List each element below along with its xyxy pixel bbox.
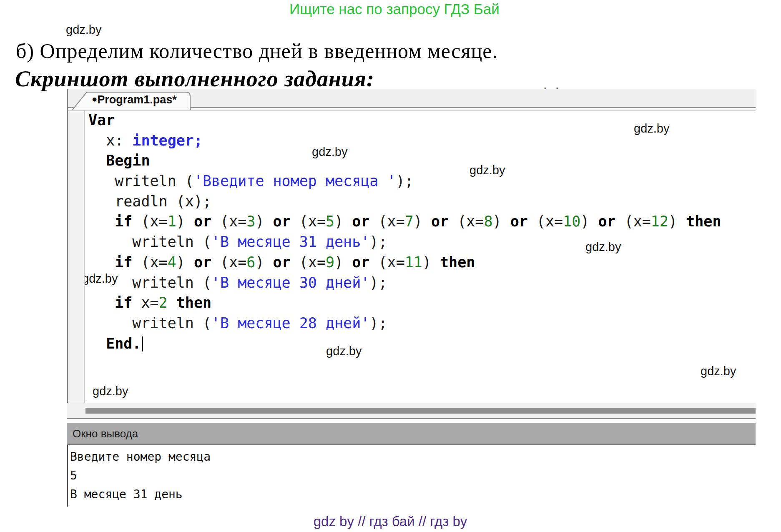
tab-filename: Program1.pas* [97, 93, 177, 106]
code-line: writeln ('В месяце 31 день'); [88, 232, 721, 252]
code-token [168, 294, 176, 311]
code-token: ) [334, 213, 352, 230]
code-token: or [273, 213, 291, 230]
code-token: Begin [88, 152, 150, 169]
code-line: if (x=4) or (x=6) or (x=9) or (x=11) the… [88, 252, 721, 273]
code-token: ); [369, 233, 387, 250]
code-token: if [88, 213, 132, 230]
code-token: 6 [246, 254, 255, 271]
page: Ищите нас по запросу ГДЗ Бай gdz.by gdz.… [0, 0, 781, 532]
code-token: or [352, 213, 369, 230]
code-token: integer; [132, 132, 203, 149]
code-token: if [88, 254, 132, 271]
code-token: 8 [484, 213, 492, 230]
code-line: if (x=1) or (x=3) or (x=5) or (x=7) or (… [88, 211, 721, 232]
page-title: б) Определим количество дней в введенном… [16, 39, 498, 63]
promo-banner-text: Ищите нас по запросу ГДЗ Бай [289, 1, 500, 18]
code-token: or [431, 213, 449, 230]
code-token: 9 [326, 254, 334, 271]
code-token: ); [369, 315, 387, 331]
code-token: (x= [616, 213, 651, 230]
code-token: Var [88, 112, 115, 128]
code-token: (x= [369, 254, 404, 271]
console-line: Введите номер месяца [70, 447, 211, 466]
code-token: ) [422, 254, 440, 271]
code-token: 'Введите номер месяца ' [194, 173, 396, 189]
code-token: ) [176, 254, 194, 271]
page-subtitle: Скриншот выполненного задания: [15, 66, 374, 92]
editor-bottom-border [67, 418, 756, 419]
code-token: (x= [528, 213, 563, 230]
code-token: or [352, 254, 369, 271]
code-line: End. [88, 334, 721, 354]
text-cursor [142, 336, 143, 351]
code-token: then [686, 213, 721, 230]
watermark: gdz.by [93, 384, 128, 398]
code-token: ) [414, 213, 431, 230]
code-token: 5 [326, 213, 334, 230]
code-token: ) [255, 213, 273, 230]
code-token: or [510, 213, 528, 230]
code-line: writeln ('В месяце 30 дней'); [88, 273, 721, 293]
code-token: ) [668, 213, 686, 230]
code-token: writeln ( [88, 274, 211, 291]
code-token: 2 [159, 294, 168, 311]
code-line: if x=2 then [88, 293, 721, 313]
watermark: gdz.by [66, 23, 101, 37]
code-token: writeln ( [88, 233, 211, 250]
editor-gutter [68, 110, 85, 403]
console-text: Введите номер месяца5В месяце 31 день [70, 447, 211, 504]
console-line: 5 [70, 466, 211, 485]
code-token: (x= [291, 213, 326, 230]
code-token: x: [88, 132, 132, 149]
code-token: (x= [211, 254, 246, 271]
code-line: Var [88, 110, 721, 130]
code-token: (x= [449, 213, 484, 230]
code-token: writeln ( [88, 315, 211, 331]
code-line: readln (x); [88, 191, 721, 212]
code-token: End. [88, 335, 141, 352]
code-token: or [598, 213, 615, 230]
code-token: if [88, 294, 132, 311]
code-token: ); [396, 173, 414, 189]
code-token: ) [255, 254, 273, 271]
code-token: (x= [132, 254, 167, 271]
output-console[interactable]: Введите номер месяца5В месяце 31 день [67, 445, 757, 507]
code-token: or [194, 254, 211, 271]
code-token: then [176, 294, 211, 311]
code-token: ) [176, 213, 194, 230]
code-token: (x= [291, 254, 326, 271]
output-panel-title: Окно вывода [73, 427, 138, 440]
code-token: 'В месяце 30 дней' [211, 274, 369, 291]
scrollbar-thumb[interactable] [85, 408, 756, 414]
code-token: (x= [132, 213, 167, 230]
horizontal-scrollbar[interactable] [67, 403, 756, 418]
code-line: x: integer; [88, 130, 721, 151]
code-token: 4 [168, 254, 176, 271]
code-token: 'В месяце 28 дней' [211, 315, 369, 331]
code-token: 7 [405, 213, 414, 230]
watermark: gdz.by [701, 364, 736, 378]
code-token: x= [132, 294, 158, 311]
code-token: ) [334, 254, 352, 271]
code-token: 10 [563, 213, 580, 230]
code-token: (x= [369, 213, 404, 230]
code-line: writeln ('Введите номер месяца '); [88, 171, 721, 191]
output-panel-header: Окно вывода [67, 423, 756, 445]
code-editor[interactable]: Var x: integer; Begin writeln ('Введите … [88, 110, 721, 354]
code-token: then [440, 254, 475, 271]
code-token: 12 [651, 213, 668, 230]
code-token: ) [580, 213, 598, 230]
code-line: Begin [88, 151, 721, 171]
code-line: writeln ('В месяце 28 дней'); [88, 313, 721, 334]
code-token: 3 [246, 213, 255, 230]
code-token: 1 [168, 213, 176, 230]
code-token: 'В месяце 31 день' [211, 233, 369, 250]
code-token: 11 [405, 254, 422, 271]
code-token: ); [369, 274, 387, 291]
code-token: or [194, 213, 211, 230]
tab-program1[interactable]: ●Program1.pas* [92, 93, 177, 106]
code-token: (x= [211, 213, 246, 230]
code-token: writeln ( [88, 173, 194, 189]
code-token: ) [492, 213, 510, 230]
